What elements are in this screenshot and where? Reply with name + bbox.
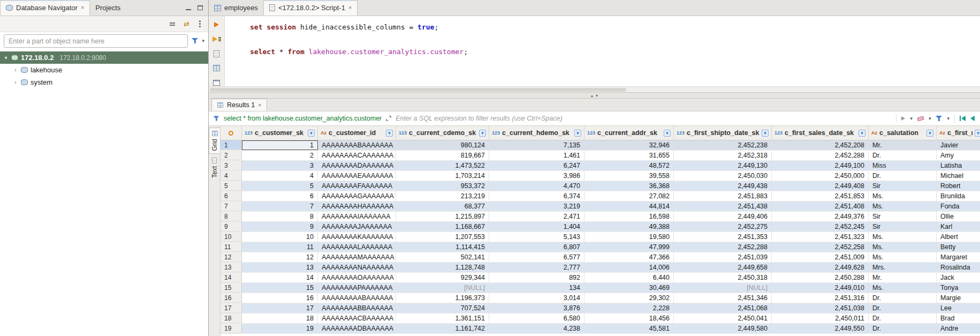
grid-cell[interactable]: Brunilda [937,191,980,201]
grid-cell[interactable]: 1,161,742 [396,324,489,333]
grid-cell[interactable]: 980,124 [396,140,489,150]
expand-icon[interactable] [386,116,391,121]
grid-cell[interactable]: 39,558 [584,171,674,181]
grid-cell[interactable]: 47,999 [584,242,674,252]
view-menu-icon[interactable] [199,23,201,25]
tab-results-1[interactable]: Results 1 × [211,99,267,111]
grid-cell[interactable]: [NULL] [674,283,772,293]
grid-cell[interactable]: 16,598 [584,212,674,221]
row-number[interactable]: 7 [221,201,242,211]
grid-cell[interactable]: Amy [937,151,980,160]
grid-cell[interactable]: 2,449,100 [772,161,869,170]
grid-cell[interactable]: 29,302 [584,293,674,303]
grid-cell[interactable]: 2,451,883 [674,191,772,201]
chevron-down-icon[interactable]: ▾ [929,116,931,121]
arrow-left-icon[interactable] [970,116,975,121]
grid-cell[interactable]: Karl [937,222,980,232]
grid-cell[interactable]: Albert [937,232,980,242]
grid-cell[interactable]: AAAAAAAANAAAAAAA [318,263,396,272]
grid-cell[interactable]: 2,449,130 [674,161,772,170]
chevron-down-icon[interactable]: ▾ [3,55,9,61]
grid-cell[interactable]: 6,580 [489,313,584,323]
grid-cell[interactable]: 6,440 [584,273,674,282]
grid-cell[interactable]: 7 [242,201,318,211]
collapse-down-icon[interactable]: ▾ [596,93,598,98]
grid-cell[interactable]: 49,388 [584,222,674,232]
grid-cell[interactable]: Jack [937,273,980,282]
grid-cell[interactable]: 953,372 [396,181,489,191]
apply-filter-icon[interactable] [901,116,905,121]
grid-cell[interactable]: Ms. [869,283,937,293]
grid-cell[interactable]: 2,452,258 [772,242,869,252]
grid-cell[interactable]: 1,404 [489,222,584,232]
grid-cell[interactable]: AAAAAAAACAAAAAAA [318,151,396,160]
grid-cell[interactable]: 1,215,897 [396,212,489,221]
view-tab-text[interactable]: Text [209,155,220,180]
grid-cell[interactable]: 1,128,748 [396,263,489,272]
maximize-icon[interactable] [197,5,203,10]
tree-item-lakehouse[interactable]: ›lakehouse [0,64,208,76]
grid-cell[interactable]: 2,451,068 [674,303,772,313]
column-sort-button[interactable]: ▾ [308,130,315,137]
grid-cell[interactable]: Dr. [869,293,937,303]
column-header-c_first_shipto_date_sk[interactable]: 123c_first_shipto_date_sk▾ [674,126,772,140]
grid-cell[interactable]: Ms. [869,242,937,252]
column-sort-button[interactable]: ▾ [926,130,933,137]
grid-cell[interactable]: 1,114,415 [396,242,489,252]
grid-cell[interactable]: 2,451,346 [674,293,772,303]
grid-cell[interactable]: 36,368 [584,181,674,191]
tab-projects[interactable]: Projects [90,0,126,16]
grid-cell[interactable]: 32,946 [584,140,674,150]
grid-cell[interactable]: Latisha [937,161,980,170]
grid-cell[interactable]: 2,471 [489,212,584,221]
chevron-down-icon[interactable]: ▾ [202,39,204,43]
grid-cell[interactable]: Sir [869,181,937,191]
grid-cell[interactable]: 2,450,318 [674,273,772,282]
grid-cell[interactable]: 6,577 [489,252,584,262]
grid-cell[interactable]: 2,449,406 [674,212,772,221]
grid-cell[interactable]: 9 [242,222,318,232]
grid-cell[interactable]: Tonya [937,283,980,293]
grid-cell[interactable]: AAAAAAAAFAAAAAAA [318,181,396,191]
grid-cell[interactable]: 2,450,011 [772,313,869,323]
column-sort-button[interactable]: ▾ [479,130,486,137]
grid-cell[interactable]: 134 [489,283,584,293]
close-icon[interactable]: × [81,5,84,11]
grid-cell[interactable]: Margie [937,293,980,303]
grid-cell[interactable]: Dr. [869,313,937,323]
grid-cell[interactable]: 14 [242,273,318,282]
row-number[interactable]: 14 [221,273,242,282]
grid-cell[interactable]: Sir [869,212,937,221]
grid-cell[interactable]: Michael [937,171,980,181]
grid-cell[interactable]: 6 [242,191,318,201]
column-header-c_customer_sk[interactable]: 123c_customer_sk▾ [242,126,318,140]
search-input[interactable] [4,34,188,48]
grid-cell[interactable]: Ms. [869,252,937,262]
grid-cell[interactable]: 6,247 [489,161,584,170]
grid-cell[interactable]: Ms. [869,191,937,201]
grid-cell[interactable]: AAAAAAAABAAAAAAA [318,140,396,150]
grid-cell[interactable]: AAAAAAAACBAAAAAA [318,313,396,323]
grid-cell[interactable]: 2,449,408 [772,181,869,191]
grid-cell[interactable]: 5 [242,181,318,191]
grid-cell[interactable]: Lee [937,303,980,313]
grid-cell[interactable]: 4 [242,171,318,181]
grid-cell[interactable]: 3,986 [489,171,584,181]
grid-cell[interactable]: 31,655 [584,151,674,160]
grid-cell[interactable]: AAAAAAAAGAAAAAAA [318,191,396,201]
tree-item-172-18-0-2[interactable]: ▾172.18.0.2172.18.0.2:8080 [0,51,208,64]
arrow-left-icon[interactable] [960,116,966,121]
grid-cell[interactable]: 44,814 [584,201,674,211]
grid-cell[interactable]: 213,219 [396,191,489,201]
column-sort-button[interactable]: ▾ [664,130,671,137]
row-number[interactable]: 4 [221,171,242,181]
grid-cell[interactable]: 19 [242,324,318,333]
grid-cell[interactable]: 819,667 [396,151,489,160]
grid-cell[interactable]: 2,452,288 [674,242,772,252]
filters-icon[interactable] [936,116,942,122]
grid-cell[interactable]: 3,219 [489,201,584,211]
close-icon[interactable]: × [258,102,261,108]
grid-cell[interactable]: 2,451,323 [772,232,869,242]
grid-cell[interactable]: Dr. [869,171,937,181]
grid-cell[interactable]: 30,469 [584,283,674,293]
